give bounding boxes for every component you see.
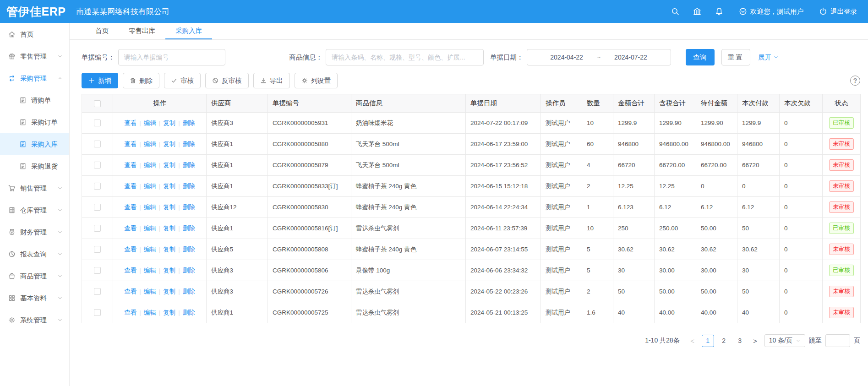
action-link[interactable]: 编辑: [144, 288, 156, 295]
action-link[interactable]: 复制: [163, 141, 175, 147]
action-link[interactable]: 删除: [183, 120, 195, 126]
add-button[interactable]: 新增: [82, 73, 118, 88]
sidebar-item-purchase-order[interactable]: 采购订单: [0, 111, 69, 133]
expand-link[interactable]: 展开: [759, 53, 779, 62]
jump-page-input[interactable]: [825, 334, 850, 347]
row-checkbox[interactable]: [94, 225, 101, 232]
action-link[interactable]: 删除: [183, 225, 195, 232]
tab-purchase-inbound[interactable]: 采购入库: [165, 23, 212, 39]
sidebar-item-finance-mgmt[interactable]: 财务管理: [0, 221, 69, 243]
action-link[interactable]: 复制: [163, 183, 175, 190]
action-link[interactable]: 查看: [124, 120, 136, 126]
action-link[interactable]: 查看: [124, 162, 136, 169]
sidebar-item-warehouse-mgmt[interactable]: 仓库管理: [0, 199, 69, 221]
row-checkbox[interactable]: [94, 162, 101, 169]
sidebar-item-label: 商品管理: [20, 272, 47, 281]
next-page-button[interactable]: >: [750, 337, 761, 345]
sidebar-item-basic-data[interactable]: 基本资料: [0, 287, 69, 309]
action-link[interactable]: 查看: [124, 183, 136, 190]
bill-no-input[interactable]: [118, 49, 225, 65]
sidebar-item-goods-mgmt[interactable]: 商品管理: [0, 265, 69, 287]
row-checkbox[interactable]: [94, 183, 101, 190]
cell-amount_tax: 250.00: [655, 218, 696, 239]
date-range-input[interactable]: 2024-04-22 ~ 2024-07-22: [527, 49, 671, 65]
product-input[interactable]: [326, 49, 484, 65]
select-all-checkbox[interactable]: [94, 100, 101, 107]
action-link[interactable]: 编辑: [144, 309, 156, 316]
action-separator: |: [139, 120, 141, 126]
action-link[interactable]: 删除: [183, 162, 195, 169]
action-link[interactable]: 复制: [163, 309, 175, 316]
action-link[interactable]: 复制: [163, 120, 175, 126]
sidebar-item-purchase-return[interactable]: 采购退货: [0, 155, 69, 177]
sidebar-item-home[interactable]: 首页: [0, 23, 69, 45]
action-link[interactable]: 查看: [124, 204, 136, 211]
prev-page-button[interactable]: <: [687, 337, 698, 345]
search-button[interactable]: 查询: [686, 49, 715, 65]
action-link[interactable]: 复制: [163, 225, 175, 232]
tab-home[interactable]: 首页: [85, 23, 119, 39]
audit-button[interactable]: 审核: [164, 73, 201, 88]
bank-icon[interactable]: [693, 7, 701, 16]
logout-button[interactable]: 退出登录: [819, 7, 857, 16]
help-icon[interactable]: [850, 76, 860, 86]
action-link[interactable]: 复制: [163, 204, 175, 211]
page-button-2[interactable]: 2: [718, 335, 730, 347]
action-link[interactable]: 编辑: [144, 246, 156, 253]
sidebar-item-purchase-mgmt[interactable]: 采购管理: [0, 67, 69, 89]
row-checkbox[interactable]: [94, 309, 101, 316]
action-link[interactable]: 编辑: [144, 120, 156, 126]
action-link[interactable]: 编辑: [144, 141, 156, 147]
row-select-cell: [82, 155, 113, 176]
action-link[interactable]: 删除: [183, 267, 195, 274]
sidebar-item-purchase-request[interactable]: 请购单: [0, 89, 69, 111]
cell-qty: 5: [582, 260, 613, 281]
page-button-1[interactable]: 1: [702, 335, 714, 347]
row-checkbox[interactable]: [94, 288, 101, 295]
row-checkbox[interactable]: [94, 120, 101, 126]
unaudit-button[interactable]: 反审核: [205, 73, 249, 88]
action-link[interactable]: 查看: [124, 141, 136, 147]
action-link[interactable]: 删除: [183, 246, 195, 253]
action-link[interactable]: 删除: [183, 288, 195, 295]
action-link[interactable]: 编辑: [144, 267, 156, 274]
action-link[interactable]: 删除: [183, 204, 195, 211]
action-link[interactable]: 删除: [183, 141, 195, 147]
action-link[interactable]: 删除: [183, 309, 195, 316]
reset-button[interactable]: 重置: [721, 49, 750, 65]
action-link[interactable]: 删除: [183, 183, 195, 190]
row-checkbox[interactable]: [94, 204, 101, 211]
page-button-3[interactable]: 3: [734, 335, 746, 347]
delete-button[interactable]: 删除: [123, 73, 159, 88]
action-link[interactable]: 查看: [124, 267, 136, 274]
action-link[interactable]: 查看: [124, 225, 136, 232]
action-link[interactable]: 编辑: [144, 162, 156, 169]
sidebar-item-label: 零售管理: [20, 52, 47, 61]
action-link[interactable]: 复制: [163, 246, 175, 253]
page-size-select[interactable]: 10 条/页: [764, 334, 805, 347]
search-icon[interactable]: [671, 7, 679, 16]
row-checkbox[interactable]: [94, 246, 101, 253]
action-link[interactable]: 复制: [163, 162, 175, 169]
export-button[interactable]: 导出: [253, 73, 290, 88]
user-menu[interactable]: 欢迎您，测试用户: [739, 7, 803, 16]
action-link[interactable]: 编辑: [144, 225, 156, 232]
tab-retail-outbound[interactable]: 零售出库: [119, 23, 165, 39]
row-checkbox[interactable]: [94, 267, 101, 274]
app-logo: 管伊佳ERP: [0, 4, 70, 19]
action-link[interactable]: 复制: [163, 267, 175, 274]
column-settings-button[interactable]: 列设置: [295, 73, 338, 88]
action-link[interactable]: 编辑: [144, 204, 156, 211]
action-link[interactable]: 查看: [124, 288, 136, 295]
sidebar-item-purchase-inbound[interactable]: 采购入库: [0, 133, 69, 155]
action-link[interactable]: 查看: [124, 309, 136, 316]
sidebar-item-system-mgmt[interactable]: 系统管理: [0, 309, 69, 331]
action-link[interactable]: 查看: [124, 246, 136, 253]
sidebar-item-retail-mgmt[interactable]: 零售管理: [0, 45, 69, 67]
sidebar-item-report-query[interactable]: 报表查询: [0, 243, 69, 265]
row-checkbox[interactable]: [94, 141, 101, 147]
action-link[interactable]: 复制: [163, 288, 175, 295]
action-link[interactable]: 编辑: [144, 183, 156, 190]
sidebar-item-sales-mgmt[interactable]: 销售管理: [0, 177, 69, 199]
bell-icon[interactable]: [715, 7, 723, 16]
